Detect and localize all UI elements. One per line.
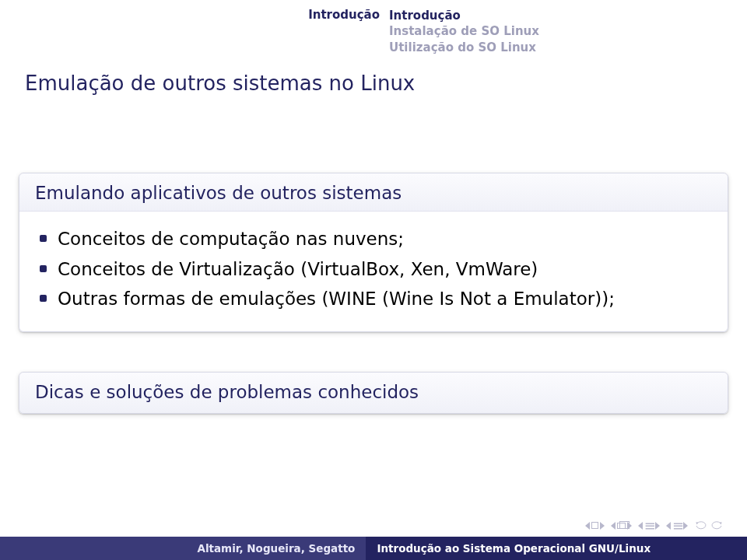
triangle-right-icon [600,522,605,530]
block1-body: Conceitos de computação nas nuvens; Conc… [19,212,728,331]
nav-frame-prev-next[interactable] [611,522,632,530]
circarrow-icon [710,520,724,531]
footer: Altamir, Nogueira, Segatto Introdução ao… [0,537,747,560]
nav-subsection-prev-next[interactable]: ≡ [666,517,688,534]
nav-slide-prev-next[interactable] [585,522,605,530]
nav-subsections: Introdução Instalação de SO Linux Utiliz… [389,8,747,55]
nav-sub-1[interactable]: Introdução [389,8,747,23]
beamer-nav-icons: ≡ ≡ [585,517,724,534]
square-icon [591,522,598,529]
frames-icon [617,523,626,529]
nav-sub-2[interactable]: Instalação de SO Linux [389,23,747,39]
nav-section-current[interactable]: Introdução [0,8,389,55]
nav-section-prev-next[interactable]: ≡ [638,517,660,534]
footer-authors: Altamir, Nogueira, Segatto [0,537,366,560]
bars-icon: ≡ [672,517,682,534]
footer-title: Introdução ao Sistema Operacional GNU/Li… [366,542,747,555]
block-emulating-apps: Emulando aplicativos de outros sistemas … [19,173,728,332]
header-nav: Introdução Introdução Instalação de SO L… [0,8,747,55]
bullet-text: Outras formas de emulações (WINE (Wine I… [58,285,615,313]
block1-title: Emulando aplicativos de outros sistemas [19,173,728,212]
triangle-left-icon [585,522,590,530]
bullet-text: Conceitos de Virtualização (VirtualBox, … [58,256,538,283]
triangle-right-icon [683,522,688,530]
block-tips: Dicas e soluções de problemas conhecidos [19,372,728,414]
triangle-left-icon [666,522,671,530]
nav-sub-3[interactable]: Utilização do SO Linux [389,40,747,55]
triangle-left-icon [638,522,643,530]
nav-back-forward[interactable] [694,520,724,531]
bars-icon: ≡ [644,517,654,534]
triangle-left-icon [611,522,615,530]
bullet-item: Outras formas de emulações (WINE (Wine I… [40,285,707,313]
bullet-item: Conceitos de computação nas nuvens; [40,226,707,253]
block2-title: Dicas e soluções de problemas conhecidos [19,373,728,413]
slide-title: Emulação de outros sistemas no Linux [25,72,415,95]
bullet-text: Conceitos de computação nas nuvens; [58,226,404,253]
circarrow-icon [694,520,708,531]
bullet-item: Conceitos de Virtualização (VirtualBox, … [40,256,707,283]
triangle-right-icon [655,522,660,530]
